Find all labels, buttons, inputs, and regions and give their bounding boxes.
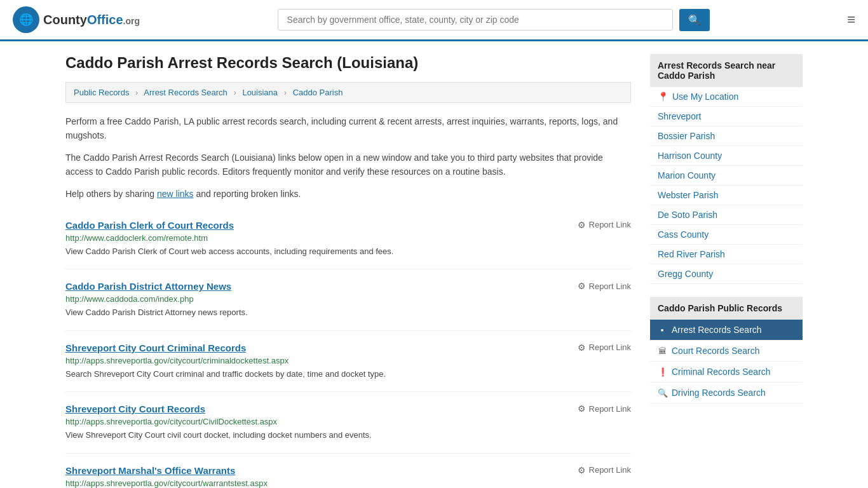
report-icon: ⚙ [578, 342, 586, 353]
record-item: Shreveport City Court Criminal Records ⚙… [65, 331, 631, 393]
sidebar-nearby-link[interactable]: Bossier Parish [658, 131, 715, 141]
description-3: Help others by sharing new links and rep… [65, 187, 631, 201]
sidebar-public-item[interactable]: ❗Criminal Records Search [650, 362, 803, 383]
sidebar-nearby-item[interactable]: Gregg County [650, 264, 803, 284]
sidebar-nearby-link[interactable]: Shreveport [658, 111, 701, 121]
sidebar-nearby-item[interactable]: De Soto Parish [650, 205, 803, 225]
report-icon: ⚙ [578, 281, 586, 291]
sidebar-nearby-item[interactable]: Red River Parish [650, 245, 803, 264]
record-url[interactable]: http://apps.shreveportla.gov/citycourt/C… [65, 417, 631, 426]
record-description: View Caddo Parish Clerk of Court web acc… [65, 245, 631, 258]
report-link-label: Report Link [589, 404, 631, 414]
breadcrumb-caddo-parish[interactable]: Caddo Parish [293, 88, 343, 97]
report-link[interactable]: ⚙ Report Link [578, 403, 631, 414]
description-2: The Caddo Parish Arrest Records Search (… [65, 151, 631, 179]
sidebar-public-link[interactable]: Court Records Search [672, 346, 760, 356]
sidebar-nearby-link[interactable]: Marion County [658, 170, 715, 180]
search-button[interactable]: 🔍 [679, 9, 710, 31]
breadcrumb-louisiana[interactable]: Louisiana [242, 88, 278, 97]
sidebar-nearby-item[interactable]: Webster Parish [650, 186, 803, 205]
sidebar-nearby-item[interactable]: Shreveport [650, 107, 803, 126]
sidebar-nearby-link[interactable]: Cass County [658, 229, 709, 240]
description-1: Perform a free Caddo Parish, LA public a… [65, 114, 631, 143]
report-icon: ⚙ [578, 465, 586, 475]
sidebar-public-link[interactable]: Criminal Records Search [672, 367, 771, 377]
record-url[interactable]: http://www.caddoclerk.com/remote.htm [65, 233, 631, 243]
sidebar-public-link[interactable]: Arrest Records Search [672, 325, 762, 335]
report-link[interactable]: ⚙ Report Link [578, 220, 631, 230]
report-link-label: Report Link [589, 281, 631, 291]
record-title[interactable]: Shreveport City Court Criminal Records [65, 342, 246, 353]
records-list: Caddo Parish Clerk of Court Records ⚙ Re… [65, 208, 631, 488]
sidebar-public-title: Caddo Parish Public Records [650, 297, 803, 320]
logo: 🌐 CountyOffice.org [13, 6, 140, 33]
logo-text: CountyOffice.org [43, 13, 140, 27]
sidebar-nearby-link[interactable]: Harrison County [658, 151, 722, 161]
record-header: Caddo Parish District Attorney News ⚙ Re… [65, 281, 631, 292]
description-3-suffix: and reporting broken links. [194, 189, 301, 199]
record-title[interactable]: Shreveport Marshal's Office Warrants [65, 465, 235, 476]
breadcrumb-sep-3: › [284, 88, 287, 97]
record-description: Search Shreveport City Court criminal an… [65, 368, 631, 381]
report-icon: ⚙ [578, 220, 586, 230]
site-header: 🌐 CountyOffice.org 🔍 ≡ [0, 0, 868, 41]
location-icon: 📍 [658, 92, 668, 102]
sidebar-nearby-item[interactable]: Cass County [650, 225, 803, 245]
record-header: Shreveport Marshal's Office Warrants ⚙ R… [65, 465, 631, 476]
sidebar-public-link[interactable]: Driving Records Search [672, 388, 766, 398]
report-link[interactable]: ⚙ Report Link [578, 342, 631, 353]
record-url[interactable]: http://apps.shreveportla.gov/citycourt/w… [65, 478, 631, 488]
breadcrumb-public-records[interactable]: Public Records [74, 88, 129, 97]
sidebar-nearby-links: 📍Use My LocationShreveportBossier Parish… [650, 87, 803, 284]
new-links-link[interactable]: new links [157, 189, 194, 199]
sidebar-nearby-link[interactable]: Webster Parish [658, 190, 718, 200]
sidebar-nearby-title: Arrest Records Search near Caddo Parish [650, 54, 803, 87]
breadcrumb: Public Records › Arrest Records Search ›… [65, 82, 631, 103]
record-title[interactable]: Caddo Parish District Attorney News [65, 281, 231, 292]
record-header: Shreveport City Court Criminal Records ⚙… [65, 342, 631, 353]
search-area: 🔍 [278, 9, 710, 31]
sidebar-nearby-item[interactable]: Bossier Parish [650, 126, 803, 146]
description-3-prefix: Help others by sharing [65, 189, 157, 199]
record-header: Caddo Parish Clerk of Court Records ⚙ Re… [65, 220, 631, 231]
sidebar-nearby-link[interactable]: De Soto Parish [658, 210, 717, 220]
sidebar-nearby-link[interactable]: Red River Parish [658, 249, 725, 259]
menu-button[interactable]: ≡ [847, 11, 855, 28]
record-header: Shreveport City Court Records ⚙ Report L… [65, 403, 631, 414]
sidebar-nearby-link[interactable]: Use My Location [672, 92, 738, 102]
breadcrumb-sep-1: › [135, 88, 138, 97]
report-link-label: Report Link [589, 220, 631, 229]
record-description: View Caddo Parish District Attorney news… [65, 306, 631, 319]
report-link-label: Report Link [589, 342, 631, 352]
public-link-icon: ❗ [658, 367, 667, 377]
sidebar-public-item[interactable]: 🔍Driving Records Search [650, 383, 803, 403]
sidebar: Arrest Records Search near Caddo Parish … [650, 54, 803, 488]
main-content: Caddo Parish Arrest Records Search (Loui… [65, 54, 631, 488]
record-item: Shreveport City Court Records ⚙ Report L… [65, 392, 631, 454]
report-icon: ⚙ [578, 403, 586, 414]
report-link-label: Report Link [589, 465, 631, 475]
record-title[interactable]: Shreveport City Court Records [65, 403, 205, 414]
sidebar-nearby-item[interactable]: Harrison County [650, 146, 803, 166]
public-link-icon: 🏛 [658, 346, 667, 356]
sidebar-nearby-link[interactable]: Gregg County [658, 269, 713, 279]
sidebar-public-links: ▪Arrest Records Search🏛Court Records Sea… [650, 320, 803, 403]
record-url[interactable]: http://www.caddoda.com/index.php [65, 294, 631, 304]
report-link[interactable]: ⚙ Report Link [578, 281, 631, 291]
sidebar-public-item[interactable]: 🏛Court Records Search [650, 341, 803, 362]
report-link[interactable]: ⚙ Report Link [578, 465, 631, 475]
record-description: View Shreveport City Court civil court d… [65, 429, 631, 442]
sidebar-nearby-item[interactable]: Marion County [650, 166, 803, 186]
record-title[interactable]: Caddo Parish Clerk of Court Records [65, 220, 234, 231]
public-link-icon: ▪ [658, 325, 667, 335]
search-input[interactable] [278, 9, 673, 30]
record-item: Caddo Parish District Attorney News ⚙ Re… [65, 269, 631, 331]
record-item: Caddo Parish Clerk of Court Records ⚙ Re… [65, 208, 631, 270]
record-url[interactable]: http://apps.shreveportla.gov/citycourt/c… [65, 356, 631, 365]
sidebar-public-item[interactable]: ▪Arrest Records Search [650, 320, 803, 341]
breadcrumb-arrest-records[interactable]: Arrest Records Search [144, 88, 227, 97]
logo-icon: 🌐 [13, 6, 39, 33]
record-item: Shreveport Marshal's Office Warrants ⚙ R… [65, 454, 631, 488]
public-link-icon: 🔍 [658, 388, 667, 398]
sidebar-nearby-item[interactable]: 📍Use My Location [650, 87, 803, 107]
